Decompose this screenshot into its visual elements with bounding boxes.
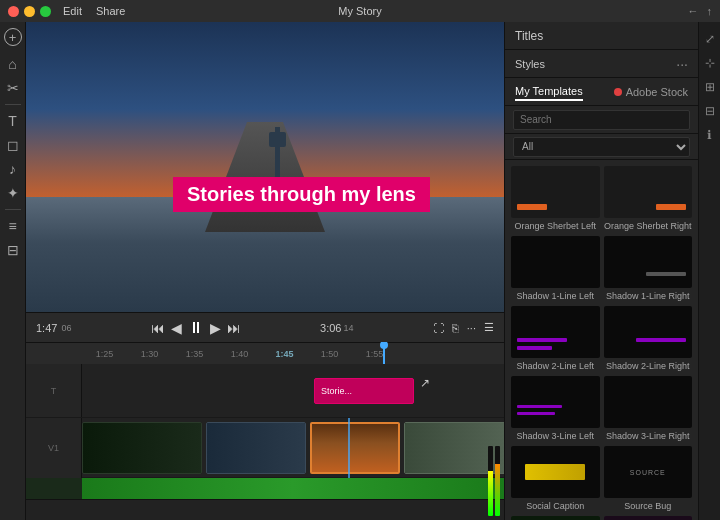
right-meter-fill <box>495 464 500 517</box>
template-item-orange-sherbet-left[interactable]: Orange Sherbet Left <box>511 166 600 232</box>
panel-header: Titles <box>505 22 698 50</box>
template-thumb-orange-sherbet-right <box>604 166 693 218</box>
right-icons-panel: ⤢ ⊹ ⊞ ⊟ ℹ <box>698 22 720 520</box>
minimize-button[interactable] <box>24 6 35 17</box>
template-item-stylish-crisscross[interactable]: Stylish Crisscross <box>511 516 600 520</box>
template-thumb-social-caption <box>511 446 600 498</box>
template-thumb-stylish-crisscross <box>511 516 600 520</box>
video-clip-1[interactable] <box>82 422 202 474</box>
template-label-shadow-3-line-left: Shadow 3-Line Left <box>511 430 600 442</box>
info-icon[interactable]: ℹ <box>701 126 719 144</box>
template-thumb-shadow-3-line-left <box>511 376 600 428</box>
layers-panel-icon[interactable]: ⊟ <box>701 102 719 120</box>
scissors-icon[interactable]: ✂ <box>3 78 23 98</box>
fullscreen-button[interactable]: ⛶ <box>433 322 444 334</box>
title-overlay: Stories through my lens <box>173 177 430 212</box>
step-back-button[interactable]: ◀ <box>171 320 182 336</box>
template-item-shadow-2-line-left[interactable]: Shadow 2-Line Left <box>511 306 600 372</box>
right-panel: Titles Styles ··· My Templates Adobe Sto… <box>504 22 698 520</box>
text-track-row: T Storie... ↗ <box>26 364 504 418</box>
back-button[interactable]: ← <box>688 5 699 17</box>
video-track-row: V1 <box>26 418 504 478</box>
filter-select[interactable]: All <box>513 137 690 157</box>
filter-row: All <box>505 134 698 160</box>
grid-icon[interactable]: ⊞ <box>701 78 719 96</box>
template-thumb-shadow-3-line-right <box>604 376 693 428</box>
panel-more-button[interactable]: ··· <box>676 56 688 72</box>
timeline-icon[interactable]: ≡ <box>3 216 23 236</box>
template-label-shadow-1-line-left: Shadow 1-Line Left <box>511 290 600 302</box>
template-thumb-stylish-intro <box>604 516 693 520</box>
settings-button[interactable]: ☰ <box>484 321 494 334</box>
effect-icon[interactable]: ✦ <box>3 183 23 203</box>
ruler-mark-0: 1:25 <box>82 349 127 359</box>
text-track-content: Storie... ↗ <box>82 364 504 417</box>
maximize-button[interactable] <box>40 6 51 17</box>
content-area: Stories through my lens 1:47 06 ⏮ ◀ ⏸ ▶ … <box>26 22 504 520</box>
timeline-ruler: 1:25 1:30 1:35 1:40 1:45 1:50 1: <box>26 342 504 364</box>
template-grid: Orange Sherbet LeftOrange Sherbet RightS… <box>505 160 698 520</box>
panel-title: Titles <box>515 29 543 43</box>
cn-tower <box>275 127 280 177</box>
template-thumb-shadow-2-line-right <box>604 306 693 358</box>
search-row <box>505 106 698 134</box>
ruler-mark-1: 1:30 <box>127 349 172 359</box>
home-icon[interactable]: ⌂ <box>3 54 23 74</box>
layers-icon[interactable]: ⊟ <box>3 240 23 260</box>
template-item-shadow-3-line-right[interactable]: Shadow 3-Line Right <box>604 376 693 442</box>
skip-to-start-button[interactable]: ⏮ <box>151 320 165 336</box>
template-item-source-bug[interactable]: Source Bug <box>604 446 693 512</box>
template-label-social-caption: Social Caption <box>511 500 600 512</box>
template-item-shadow-1-line-right[interactable]: Shadow 1-Line Right <box>604 236 693 302</box>
video-background: Stories through my lens <box>26 22 504 312</box>
play-pause-button[interactable]: ⏸ <box>188 319 204 337</box>
type-icon[interactable]: T <box>3 111 23 131</box>
template-item-social-caption[interactable]: Social Caption <box>511 446 600 512</box>
timeline-area: 1:25 1:30 1:35 1:40 1:45 1:50 1: <box>26 342 504 520</box>
toolbar-divider-2 <box>5 209 21 210</box>
audio-track-row <box>26 478 504 500</box>
playback-area: 1:47 06 ⏮ ◀ ⏸ ▶ ⏭ 3:06 14 ⛶ ⎘ ··· ☰ <box>26 312 504 342</box>
skip-to-end-button[interactable]: ⏭ <box>227 320 241 336</box>
text-clip[interactable]: Storie... <box>314 378 414 404</box>
template-label-orange-sherbet-left: Orange Sherbet Left <box>511 220 600 232</box>
title-bar-menu: Edit Share <box>63 5 125 17</box>
video-track-content <box>82 418 504 478</box>
template-item-shadow-3-line-left[interactable]: Shadow 3-Line Left <box>511 376 600 442</box>
expand-icon[interactable]: ⤢ <box>701 30 719 48</box>
tab-adobe-stock[interactable]: Adobe Stock <box>626 84 688 100</box>
timecode-current: 1:47 06 <box>36 322 71 334</box>
export-button[interactable]: ⎘ <box>452 322 459 334</box>
template-label-orange-sherbet-right: Orange Sherbet Right <box>604 220 693 232</box>
template-item-stylish-intro[interactable]: Stylish Intro <box>604 516 693 520</box>
share-button[interactable]: ↑ <box>707 5 713 17</box>
tab-my-templates[interactable]: My Templates <box>515 83 583 101</box>
window-title: My Story <box>338 5 381 17</box>
tab-adobe-stock-area: Adobe Stock <box>614 84 688 100</box>
more-options-button[interactable]: ··· <box>467 322 476 334</box>
shapes-icon[interactable]: ◻ <box>3 135 23 155</box>
ruler-mark-4: 1:45 <box>262 349 307 359</box>
add-button[interactable]: + <box>4 28 22 46</box>
video-preview: Stories through my lens <box>26 22 504 312</box>
video-clip-3[interactable] <box>310 422 400 474</box>
menu-edit[interactable]: Edit <box>63 5 82 17</box>
template-thumb-shadow-2-line-left <box>511 306 600 358</box>
menu-share[interactable]: Share <box>96 5 125 17</box>
step-forward-button[interactable]: ▶ <box>210 320 221 336</box>
template-item-orange-sherbet-right[interactable]: Orange Sherbet Right <box>604 166 693 232</box>
crop-icon[interactable]: ⊹ <box>701 54 719 72</box>
close-button[interactable] <box>8 6 19 17</box>
search-input[interactable] <box>513 110 690 130</box>
main-layout: + ⌂ ✂ T ◻ ♪ ✦ ≡ ⊟ Stories through my len… <box>0 22 720 520</box>
video-clip-2[interactable] <box>206 422 306 474</box>
template-item-shadow-1-line-left[interactable]: Shadow 1-Line Left <box>511 236 600 302</box>
music-icon[interactable]: ♪ <box>3 159 23 179</box>
title-bar-right: ← ↑ <box>688 5 713 17</box>
template-thumb-shadow-1-line-right <box>604 236 693 288</box>
left-toolbar: + ⌂ ✂ T ◻ ♪ ✦ ≡ ⊟ <box>0 22 26 520</box>
panel-tab-row: My Templates Adobe Stock <box>505 78 698 106</box>
ruler-mark-6: 1:55 <box>352 349 397 359</box>
level-meters <box>488 446 500 516</box>
template-item-shadow-2-line-right[interactable]: Shadow 2-Line Right <box>604 306 693 372</box>
